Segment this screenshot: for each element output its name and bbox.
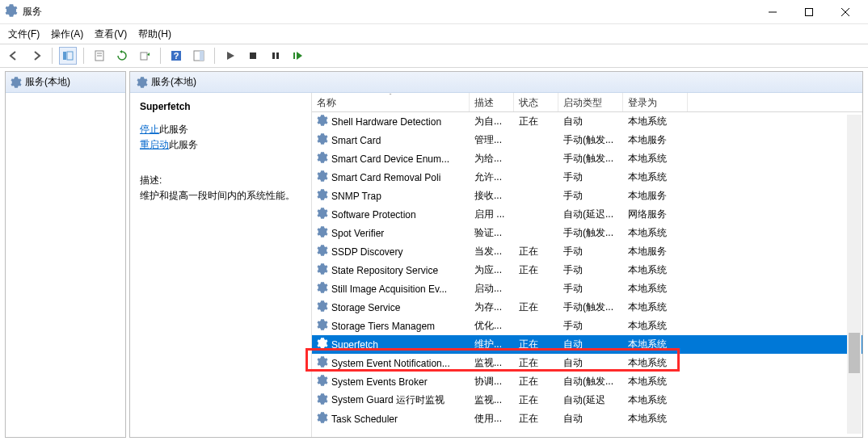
menu-action[interactable]: 操作(A) bbox=[51, 27, 83, 41]
service-row[interactable]: SNMP Trap接收...手动本地服务 bbox=[312, 187, 862, 205]
restart-service-link[interactable]: 重启动 bbox=[140, 139, 169, 150]
service-row[interactable]: Storage Tiers Managem优化...手动本地系统 bbox=[312, 317, 862, 335]
service-row[interactable]: Storage Service为存...正在手动(触发...本地系统 bbox=[312, 298, 862, 317]
service-startup: 自动 bbox=[558, 338, 623, 351]
app-gear-icon bbox=[5, 4, 18, 19]
service-desc: 接收... bbox=[470, 189, 514, 203]
menu-file[interactable]: 文件(F) bbox=[8, 27, 40, 41]
service-startup: 自动 bbox=[558, 115, 623, 128]
stop-suffix: 此服务 bbox=[159, 124, 188, 135]
service-startup: 手动 bbox=[558, 245, 623, 258]
service-startup: 自动(延迟 bbox=[558, 393, 623, 407]
service-desc: 为应... bbox=[470, 263, 514, 277]
service-name: SNMP Trap bbox=[331, 191, 381, 202]
service-name: SSDP Discovery bbox=[331, 246, 402, 258]
start-service-button[interactable] bbox=[221, 47, 239, 65]
refresh-button[interactable] bbox=[113, 47, 131, 65]
gear-icon bbox=[137, 77, 148, 88]
service-name: Smart Card bbox=[331, 135, 381, 146]
toolbar-separator bbox=[160, 48, 161, 64]
service-row[interactable]: Still Image Acquisition Ev...启动...手动本地系统 bbox=[312, 279, 862, 298]
tree-root-item[interactable]: 服务(本地) bbox=[6, 72, 125, 93]
service-desc: 允许... bbox=[470, 170, 514, 184]
service-desc: 优化... bbox=[470, 319, 514, 333]
tab-header[interactable]: 服务(本地) bbox=[130, 72, 862, 93]
service-logon: 本地服务 bbox=[623, 245, 688, 258]
service-name: System Event Notification... bbox=[331, 358, 450, 369]
service-logon: 网络服务 bbox=[623, 208, 688, 221]
pause-service-button[interactable] bbox=[267, 47, 284, 65]
service-row[interactable]: State Repository Service为应...正在手动本地系统 bbox=[312, 261, 862, 279]
minimize-button[interactable] bbox=[754, 1, 790, 23]
action-pane-button[interactable] bbox=[190, 47, 208, 65]
service-row[interactable]: Smart Card Device Enum...为给...手动(触发...本地… bbox=[312, 149, 862, 168]
service-logon: 本地系统 bbox=[623, 282, 688, 296]
column-desc[interactable]: 描述 bbox=[470, 93, 514, 111]
stop-service-link[interactable]: 停止 bbox=[140, 124, 159, 135]
column-name-label: 名称 bbox=[317, 97, 336, 108]
toolbar-separator bbox=[214, 48, 215, 64]
svg-rect-13 bbox=[200, 51, 204, 61]
service-startup: 手动 bbox=[558, 189, 623, 203]
svg-rect-9 bbox=[141, 52, 147, 60]
column-status[interactable]: 状态 bbox=[514, 93, 558, 111]
column-logon[interactable]: 登录为 bbox=[623, 93, 688, 111]
service-gear-icon bbox=[317, 152, 328, 166]
service-startup: 手动 bbox=[558, 263, 623, 277]
service-row[interactable]: System Guard 运行时监视监视...正在自动(延迟本地系统 bbox=[312, 391, 862, 410]
service-name: System Events Broker bbox=[331, 376, 428, 388]
service-name: Task Scheduler bbox=[331, 414, 398, 425]
description-label: 描述: bbox=[140, 174, 301, 187]
show-hide-tree-button[interactable] bbox=[59, 47, 77, 65]
service-row[interactable]: Superfetch维护...正在自动本地系统 bbox=[312, 335, 862, 354]
service-row[interactable]: SSDP Discovery当发...正在手动本地服务 bbox=[312, 242, 862, 261]
service-row[interactable]: System Events Broker协调...正在自动(触发...本地系统 bbox=[312, 372, 862, 391]
tab-label: 服务(本地) bbox=[151, 75, 196, 89]
selected-service-name: Superfetch bbox=[140, 101, 301, 112]
service-desc: 监视... bbox=[470, 393, 514, 407]
service-logon: 本地服务 bbox=[623, 189, 688, 203]
properties-button[interactable] bbox=[91, 47, 108, 65]
service-row[interactable]: Smart Card管理...手动(触发...本地服务 bbox=[312, 131, 862, 149]
service-desc: 使用... bbox=[470, 412, 514, 426]
help-button[interactable]: ? bbox=[167, 47, 185, 65]
service-desc: 启动... bbox=[470, 282, 514, 296]
service-logon: 本地服务 bbox=[623, 133, 688, 147]
service-status: 正在 bbox=[514, 412, 558, 426]
service-name: Still Image Acquisition Ev... bbox=[331, 284, 447, 295]
column-startup[interactable]: 启动类型 bbox=[558, 93, 623, 111]
service-startup: 手动 bbox=[558, 282, 623, 296]
svg-rect-16 bbox=[276, 52, 279, 59]
service-logon: 本地系统 bbox=[623, 393, 688, 407]
restart-service-button[interactable] bbox=[289, 47, 307, 65]
vertical-scrollbar[interactable] bbox=[847, 115, 862, 434]
service-logon: 本地系统 bbox=[623, 263, 688, 277]
service-row[interactable]: Shell Hardware Detection为自...正在自动本地系统 bbox=[312, 112, 862, 131]
service-row[interactable]: System Event Notification...监视...正在自动本地系… bbox=[312, 354, 862, 372]
service-row[interactable]: Smart Card Removal Poli允许...手动本地系统 bbox=[312, 168, 862, 187]
stop-service-button[interactable] bbox=[244, 47, 262, 65]
back-button[interactable] bbox=[5, 47, 23, 65]
service-row[interactable]: Task Scheduler使用...正在自动本地系统 bbox=[312, 410, 862, 428]
service-startup: 自动(延迟... bbox=[558, 208, 623, 221]
restart-suffix: 此服务 bbox=[169, 139, 198, 150]
service-status: 正在 bbox=[514, 300, 558, 314]
menu-view[interactable]: 查看(V) bbox=[95, 27, 127, 41]
maximize-button[interactable] bbox=[790, 1, 827, 23]
forward-button[interactable] bbox=[27, 47, 45, 65]
service-desc: 启用 ... bbox=[470, 208, 514, 221]
service-row[interactable]: Software Protection启用 ...自动(延迟...网络服务 bbox=[312, 205, 862, 224]
toolbar: ? bbox=[0, 44, 868, 68]
service-name: Smart Card Removal Poli bbox=[331, 172, 440, 183]
menu-help[interactable]: 帮助(H) bbox=[138, 27, 171, 41]
service-row[interactable]: Spot Verifier验证...手动(触发...本地系统 bbox=[312, 224, 862, 242]
close-button[interactable] bbox=[827, 1, 863, 23]
service-logon: 本地系统 bbox=[623, 356, 688, 370]
toolbar-separator bbox=[52, 48, 53, 64]
service-gear-icon bbox=[317, 226, 328, 240]
scrollbar-thumb[interactable] bbox=[849, 333, 860, 373]
service-startup: 自动 bbox=[558, 356, 623, 370]
column-name[interactable]: ˆ 名称 bbox=[312, 93, 470, 111]
service-logon: 本地系统 bbox=[623, 152, 688, 166]
export-button[interactable] bbox=[136, 47, 154, 65]
